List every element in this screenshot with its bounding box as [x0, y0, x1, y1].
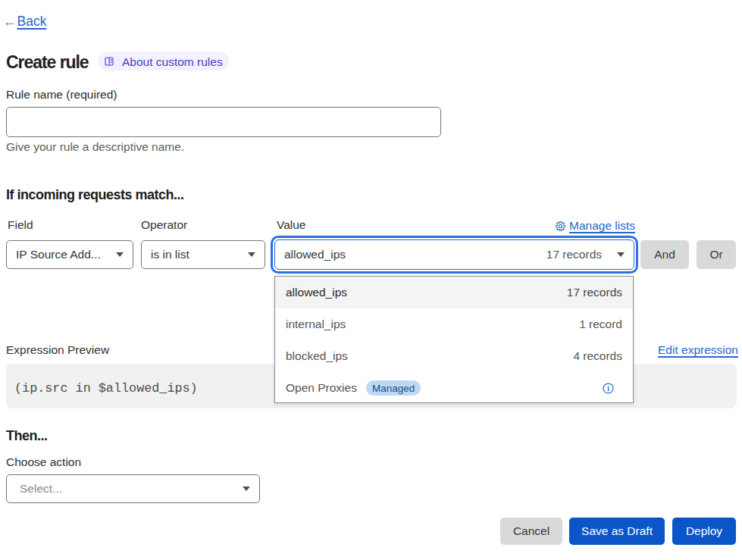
svg-text:i: i: [607, 384, 609, 392]
